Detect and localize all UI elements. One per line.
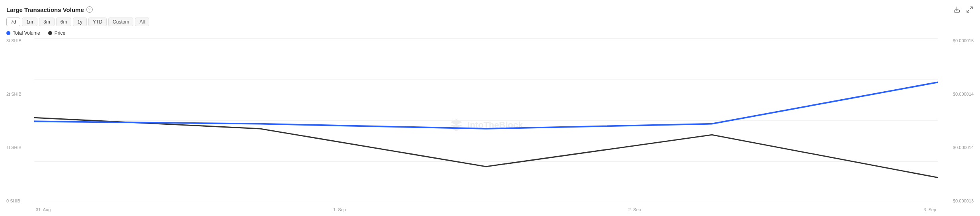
filter-custom[interactable]: Custom: [108, 18, 133, 26]
legend-dot-price: [48, 31, 52, 35]
y-label-right-0: $0.000015: [953, 38, 974, 43]
y-label-left-1: 2t SHIB: [6, 92, 21, 96]
y-axis-left: 3t SHIB 2t SHIB 1t SHIB 0 SHIB: [6, 38, 34, 212]
x-label-1: 1. Sep: [333, 207, 346, 212]
chart-plot-area: IntoTheBlock 31. Aug 1. Sep 2. Sep: [34, 38, 938, 212]
filter-1m[interactable]: 1m: [22, 18, 37, 26]
x-label-2: 2. Sep: [629, 207, 641, 212]
legend-dot-volume: [6, 31, 10, 35]
time-filters: 7d 1m 3m 6m 1y YTD Custom All: [6, 18, 974, 26]
y-label-right-1: $0.000014: [953, 92, 974, 96]
filter-all[interactable]: All: [135, 18, 149, 26]
filter-7d[interactable]: 7d: [6, 18, 20, 26]
expand-icon[interactable]: [966, 6, 974, 14]
y-label-right-2: $0.000014: [953, 145, 974, 150]
chart-title: Large Transactions Volume: [6, 6, 84, 13]
y-label-right-3: $0.000013: [953, 198, 974, 203]
title-group: Large Transactions Volume ?: [6, 6, 93, 13]
filter-1y[interactable]: 1y: [73, 18, 87, 26]
chart-header: Large Transactions Volume ?: [6, 6, 974, 14]
y-label-left-0: 3t SHIB: [6, 38, 21, 43]
large-transactions-chart: Large Transactions Volume ?: [0, 0, 980, 216]
volume-line: [34, 82, 938, 129]
legend-price: Price: [48, 30, 65, 36]
y-label-left-3: 0 SHIB: [6, 198, 20, 203]
svg-line-1: [970, 7, 972, 9]
legend-total-volume: Total Volume: [6, 30, 40, 36]
download-icon[interactable]: [953, 6, 961, 14]
filter-ytd[interactable]: YTD: [88, 18, 107, 26]
x-label-0: 31. Aug: [36, 207, 51, 212]
price-line: [34, 118, 938, 177]
legend-label-volume: Total Volume: [13, 30, 40, 36]
svg-line-2: [967, 10, 969, 12]
header-actions: [953, 6, 974, 14]
y-label-left-2: 1t SHIB: [6, 145, 21, 150]
x-axis: 31. Aug 1. Sep 2. Sep 3. Sep: [34, 203, 938, 212]
chart-legend: Total Volume Price: [6, 30, 974, 36]
filter-3m[interactable]: 3m: [39, 18, 55, 26]
legend-label-price: Price: [55, 30, 65, 36]
y-axis-right: $0.000015 $0.000014 $0.000014 $0.000013: [938, 38, 974, 212]
chart-area: 3t SHIB 2t SHIB 1t SHIB 0 SHIB IntoTheBl…: [6, 38, 974, 212]
chart-svg: [34, 38, 938, 203]
help-icon[interactable]: ?: [86, 6, 93, 13]
filter-6m[interactable]: 6m: [56, 18, 72, 26]
x-label-3: 3. Sep: [923, 207, 936, 212]
